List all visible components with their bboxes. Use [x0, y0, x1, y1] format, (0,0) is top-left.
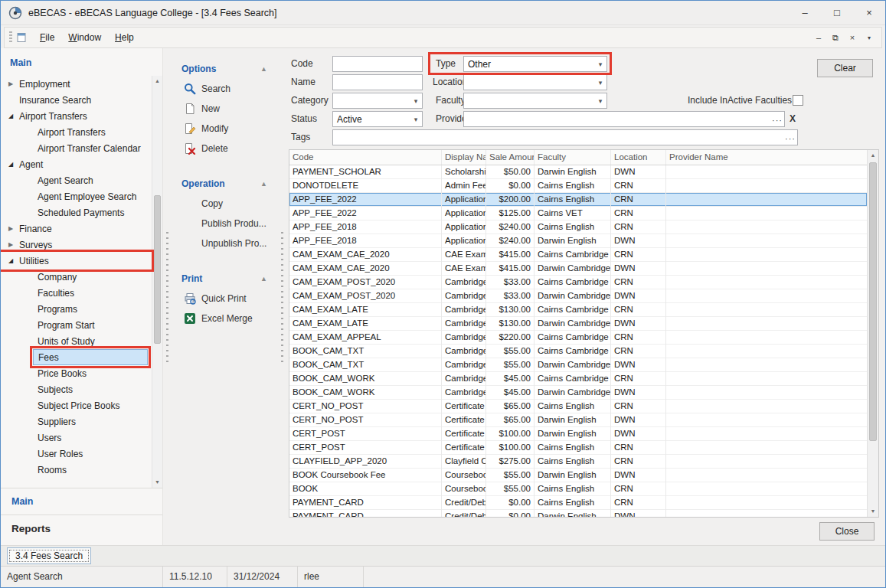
splitter-right[interactable] [278, 48, 286, 545]
collapsed-arrow-icon[interactable]: ▶ [8, 241, 19, 248]
collapsed-arrow-icon[interactable]: ▶ [8, 225, 19, 232]
grid-row[interactable]: PAYMENT_SCHOLARScholarship$50.00Darwin E… [289, 165, 867, 179]
chevron-down-icon[interactable]: ▾ [594, 60, 606, 68]
toolbar-grip[interactable] [9, 31, 12, 44]
tree-item-rooms[interactable]: Rooms [1, 462, 151, 478]
tree-item-airport-transfers[interactable]: Airport Transfers [1, 124, 151, 140]
tree-item-scheduled-payments[interactable]: Scheduled Payments [1, 204, 151, 220]
collapse-chevron-icon[interactable]: ▲ [260, 65, 267, 73]
scrollbar-thumb[interactable] [154, 195, 161, 344]
mdi-minimize-button[interactable]: – [811, 30, 826, 45]
new-button[interactable]: New [171, 99, 278, 119]
grid-row[interactable]: APP_FEE_2022Application$125.00Cairns VET… [289, 207, 867, 220]
search-button[interactable]: Search [171, 79, 278, 99]
nav-group-main[interactable]: Main [1, 488, 162, 515]
mdi-restore-button[interactable]: ⧉ [828, 30, 843, 45]
tree-item-program-start[interactable]: Program Start [1, 317, 151, 333]
grid-row[interactable]: CERT_POSTCertificate$100.00Cairns Englis… [289, 441, 867, 455]
grid-row[interactable]: BOOK_CAM_WORKCambridge$45.00Darwin Cambr… [289, 386, 867, 400]
scroll-up-icon[interactable]: ▲ [152, 76, 162, 87]
unpublish-pro-button[interactable]: Unpublish Pro... [171, 234, 278, 253]
grid-row[interactable]: BOOKCoursebool$55.00Cairns EnglishCRN [289, 482, 867, 496]
group-header-options[interactable]: Options▲ [171, 60, 278, 79]
tree-item-insurance-search[interactable]: Insurance Search [1, 92, 151, 108]
clear-button[interactable]: Clear [817, 59, 873, 77]
tree-item-agent-search[interactable]: Agent Search [1, 172, 151, 188]
modify-button[interactable]: Modify [171, 119, 278, 139]
tree-item-user-roles[interactable]: User Roles [1, 446, 151, 462]
grid-row[interactable]: CAM_EXAM_APPEALCambridge$220.00Cairns Ca… [289, 331, 867, 345]
tree-item-airport-transfers[interactable]: ◢Airport Transfers [1, 108, 151, 124]
group-header-print[interactable]: Print▲ [171, 270, 278, 289]
tree-item-company[interactable]: Company [1, 269, 151, 285]
collapsed-arrow-icon[interactable]: ▶ [8, 80, 19, 87]
grid-row[interactable]: DONOTDELETEAdmin Fee$0.00Cairns EnglishC… [289, 179, 867, 193]
grid-scrollbar[interactable]: ▲ ▼ [867, 150, 878, 517]
tree-item-faculties[interactable]: Faculties [1, 285, 151, 301]
menu-help[interactable]: Help [108, 29, 141, 46]
grid-row[interactable]: CAM_EXAM_POST_2020Cambridge$33.00Cairns … [289, 276, 867, 289]
nav-group-reports[interactable]: Reports [1, 515, 162, 545]
tags-ellipsis-button[interactable]: ··· [785, 132, 796, 146]
provider-clear-button[interactable]: X [790, 113, 796, 124]
code-input[interactable] [332, 56, 423, 72]
column-header-provider-name[interactable]: Provider Name [666, 150, 867, 165]
tree-item-subjects[interactable]: Subjects [1, 381, 151, 397]
tree-item-airport-transfer-calendar[interactable]: Airport Transfer Calendar [1, 140, 151, 156]
tab-fees-search[interactable]: 3.4 Fees Search [7, 547, 91, 564]
grid-row[interactable]: CAM_EXAM_POST_2020Cambridge$33.00Darwin … [289, 289, 867, 303]
minimize-button[interactable]: – [789, 1, 821, 24]
grid-row[interactable]: CERT_NO_POSTCertificate$65.00Cairns Engl… [289, 400, 867, 413]
menu-file[interactable]: File [33, 29, 61, 46]
tree-item-users[interactable]: Users [1, 430, 151, 446]
include-inactive-checkbox[interactable] [793, 95, 803, 106]
name-input[interactable] [332, 74, 423, 90]
column-header-location[interactable]: Location [611, 150, 666, 165]
quick-print-button[interactable]: Quick Print [171, 289, 278, 309]
tree-item-price-books[interactable]: Price Books [1, 365, 151, 381]
grid-row[interactable]: APP_FEE_2018Application$240.00Darwin Eng… [289, 234, 867, 248]
copy-button[interactable]: Copy [171, 194, 278, 214]
group-header-operation[interactable]: Operation▲ [171, 175, 278, 194]
grid-row[interactable]: PAYMENT_CARDCredit/Debi$0.00Darwin Engli… [289, 510, 867, 518]
grid-row[interactable]: CAM_EXAM_LATECambridge$130.00Cairns Camb… [289, 303, 867, 317]
tree-item-subject-price-books[interactable]: Subject Price Books [1, 397, 151, 413]
grid-row[interactable]: BOOK_CAM_TXTCambridge$55.00Cairns Cambri… [289, 345, 867, 358]
close-window-button[interactable]: × [853, 1, 885, 24]
grid-row[interactable]: CAM_EXAM_CAE_2020CAE Exam I$415.00Cairns… [289, 248, 867, 262]
grid-row[interactable]: CAM_EXAM_CAE_2020CAE Exam I$415.00Darwin… [289, 262, 867, 276]
grid-row[interactable]: APP_FEE_2018Application$240.00Cairns Eng… [289, 220, 867, 234]
grid-row[interactable]: CERT_NO_POSTCertificate$65.00Darwin Engl… [289, 413, 867, 427]
delete-button[interactable]: Delete [171, 139, 278, 158]
chevron-down-icon[interactable]: ▾ [594, 97, 606, 105]
tree-item-agent-employee-search[interactable]: Agent Employee Search [1, 188, 151, 204]
grid-row[interactable]: CAM_EXAM_LATECambridge$130.00Darwin Camb… [289, 317, 867, 331]
tree-scrollbar[interactable]: ▲▼ [152, 76, 162, 488]
close-button[interactable]: Close [819, 522, 875, 541]
status-dropdown[interactable]: Active ▾ [332, 111, 423, 127]
tree-item-finance[interactable]: ▶Finance [1, 220, 151, 237]
publish-produ-button[interactable]: Publish Produ... [171, 214, 278, 234]
column-header-faculty[interactable]: Faculty [535, 150, 611, 165]
faculty-dropdown[interactable]: ▾ [463, 93, 607, 109]
scroll-up-icon[interactable]: ▲ [868, 150, 878, 161]
excel-merge-button[interactable]: Excel Merge [171, 309, 278, 328]
location-dropdown[interactable]: ▾ [463, 74, 607, 90]
chevron-down-icon[interactable]: ▾ [594, 79, 606, 87]
maximize-button[interactable]: □ [821, 1, 853, 24]
tree-item-suppliers[interactable]: Suppliers [1, 413, 151, 430]
category-dropdown[interactable]: ▾ [332, 93, 423, 109]
collapse-chevron-icon[interactable]: ▲ [260, 180, 267, 188]
scroll-down-icon[interactable]: ▼ [868, 506, 878, 517]
column-header-sale-amount[interactable]: Sale Amount [486, 150, 535, 165]
grid-row[interactable]: CERT_POSTCertificate$100.00Darwin Englis… [289, 427, 867, 441]
expanded-arrow-icon[interactable]: ◢ [8, 113, 19, 119]
grid-row[interactable]: APP_FEE_2022Application$200.00Cairns Eng… [289, 193, 867, 207]
splitter-left[interactable] [163, 48, 171, 545]
type-dropdown[interactable]: Other ▾ [463, 56, 607, 72]
tree-item-agent[interactable]: ◢Agent [1, 156, 151, 172]
menu-window[interactable]: Window [61, 29, 108, 46]
tree-item-programs[interactable]: Programs [1, 301, 151, 317]
tree-item-surveys[interactable]: ▶Surveys [1, 237, 151, 253]
toolbar-overflow-chevron-icon[interactable]: ▾ [861, 30, 877, 45]
